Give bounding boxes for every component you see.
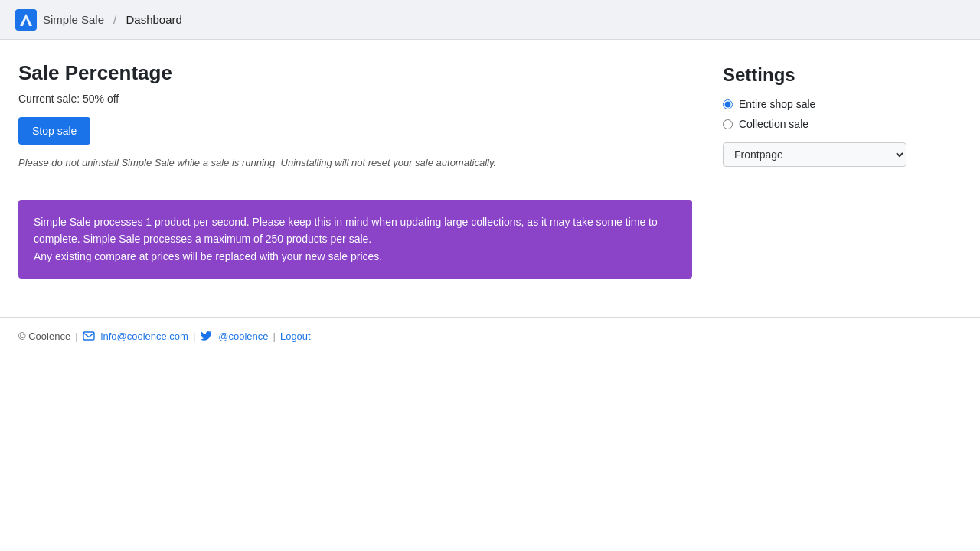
settings-panel: Settings Entire shop sale Collection sal…	[723, 61, 922, 279]
footer-sep-3: |	[273, 331, 276, 342]
app-name: Simple Sale	[43, 13, 104, 26]
radio-entire-shop-text: Entire shop sale	[739, 98, 815, 110]
app-logo-icon	[15, 9, 37, 31]
footer-sep-1: |	[75, 331, 77, 342]
radio-collection-sale-text: Collection sale	[739, 118, 808, 130]
page-title: Dashboard	[126, 13, 182, 26]
collection-select[interactable]: Frontpage All Products Featured Sale	[723, 142, 906, 167]
topbar: Simple Sale / Dashboard	[0, 0, 980, 40]
main-layout: Sale Percentage Current sale: 50% off St…	[0, 40, 980, 279]
left-panel: Sale Percentage Current sale: 50% off St…	[18, 61, 723, 279]
info-box: Simple Sale processes 1 product per seco…	[18, 200, 692, 279]
radio-entire-shop-label[interactable]: Entire shop sale	[723, 98, 922, 110]
svg-rect-3	[83, 332, 94, 340]
current-sale-label: Current sale: 50% off	[18, 93, 692, 105]
sale-type-radio-group: Entire shop sale Collection sale	[723, 98, 922, 130]
info-box-text: Simple Sale processes 1 product per seco…	[34, 216, 658, 262]
footer-sep-2: |	[193, 331, 195, 342]
footer-email-link[interactable]: info@coolence.com	[101, 331, 188, 342]
divider-1	[18, 184, 692, 184]
twitter-icon	[200, 330, 212, 342]
footer-twitter-link[interactable]: @coolence	[218, 331, 268, 342]
breadcrumb-separator: /	[113, 13, 116, 27]
sale-percentage-heading: Sale Percentage	[18, 61, 692, 85]
email-icon	[83, 330, 95, 342]
footer: © Coolence | info@coolence.com | @coolen…	[0, 317, 980, 354]
warning-text: Please do not uninstall Simple Sale whil…	[18, 157, 692, 168]
stop-sale-button[interactable]: Stop sale	[18, 117, 90, 145]
footer-logout-link[interactable]: Logout	[280, 331, 311, 342]
settings-title: Settings	[723, 64, 922, 86]
radio-collection-sale-label[interactable]: Collection sale	[723, 118, 922, 130]
radio-entire-shop[interactable]	[723, 99, 733, 109]
footer-copyright: © Coolence	[18, 331, 70, 342]
radio-collection-sale[interactable]	[723, 119, 733, 129]
